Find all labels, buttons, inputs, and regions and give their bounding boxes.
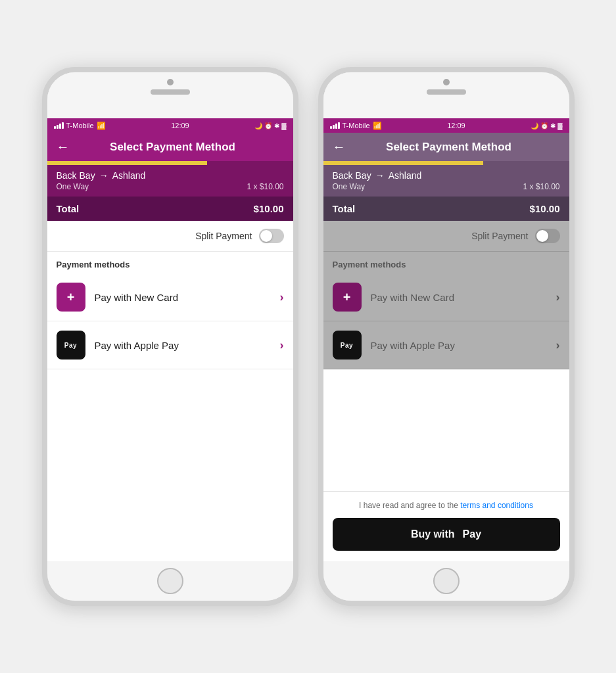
payment-option-apple-pay-2[interactable]: Pay Pay with Apple Pay ›	[323, 321, 569, 369]
new-card-chevron-2: ›	[556, 290, 560, 304]
moon-icon-1: 🌙	[254, 122, 262, 129]
camera-dot-2	[443, 79, 450, 85]
total-amount-2: $10.00	[530, 203, 560, 214]
status-left-2: T-Mobile 📶	[330, 122, 382, 130]
phone-1-bottom	[47, 561, 293, 601]
moon-icon-2: 🌙	[531, 122, 538, 129]
carrier-name-2: T-Mobile	[343, 122, 370, 129]
wifi-icon-2: 📶	[373, 122, 382, 130]
split-payment-row-2: Split Payment	[323, 221, 569, 252]
status-right-2: 🌙 ⏰ ✱ ▓	[531, 122, 562, 129]
route-row-1: Back Bay → Ashland	[57, 170, 284, 181]
route-detail-1: One Way 1 x $10.00	[57, 182, 284, 191]
signal-bar-4	[62, 122, 64, 129]
bluetooth-icon-2: ✱	[550, 122, 556, 129]
new-card-label-2: Pay with New Card	[371, 292, 556, 303]
signal-bar-1	[54, 126, 56, 129]
terms-text-2: I have read and agree to the terms and c…	[333, 501, 560, 510]
split-payment-label-1: Split Payment	[195, 231, 252, 241]
time-1: 12:09	[171, 122, 189, 129]
price-detail-2: 1 x $10.00	[523, 182, 559, 191]
total-label-2: Total	[333, 203, 356, 214]
signal-icon	[54, 122, 64, 129]
home-button-1[interactable]	[157, 568, 183, 594]
phone-2-bottom	[323, 561, 569, 601]
carrier-name-1: T-Mobile	[66, 122, 94, 129]
route-info-1: Back Bay → Ashland One Way 1 x $10.00	[47, 165, 293, 197]
status-bar-2: T-Mobile 📶 12:09 🌙 ⏰ ✱ ▓	[323, 118, 569, 133]
apple-pay-text-2: Pay	[341, 342, 353, 349]
signal-bar-2-4	[338, 122, 340, 129]
route-info-2: Back Bay → Ashland One Way 1 x $10.00	[323, 165, 569, 197]
apple-pay-chevron-2: ›	[556, 338, 560, 352]
content-area-2: Split Payment Payment methods + Pay with…	[323, 221, 569, 491]
terms-link-2[interactable]: terms and conditions	[460, 501, 533, 510]
split-payment-toggle-2[interactable]	[535, 229, 560, 243]
trip-type-2: One Way	[333, 182, 366, 191]
split-payment-toggle-1[interactable]	[259, 229, 284, 243]
bluetooth-icon-1: ✱	[274, 122, 279, 129]
speaker	[151, 89, 190, 95]
apple-pay-text-1: Pay	[64, 342, 77, 349]
price-detail-1: 1 x $10.00	[247, 182, 283, 191]
signal-icon-2	[330, 122, 340, 129]
header-title-1: Select Payment Method	[78, 141, 268, 154]
new-card-chevron-1: ›	[280, 290, 284, 304]
buy-label-2: Buy with	[411, 528, 455, 540]
speaker-2	[427, 89, 466, 95]
buy-button-2[interactable]: Buy with Pay	[333, 518, 560, 551]
split-payment-label-2: Split Payment	[471, 231, 528, 241]
route-row-2: Back Bay → Ashland	[333, 170, 560, 181]
toggle-knob-2	[536, 230, 548, 242]
home-button-2[interactable]	[433, 568, 460, 594]
phone-1: T-Mobile 📶 12:09 🌙 ⏰ ✱ ▓ ← Select Paymen…	[42, 67, 298, 606]
toggle-knob-1	[260, 230, 272, 242]
app-header-1: ← Select Payment Method	[47, 133, 293, 161]
new-card-icon-2: +	[333, 283, 362, 312]
signal-bar-2-2	[333, 125, 335, 129]
total-row-2: Total $10.00	[323, 197, 569, 221]
battery-icon-1: ▓	[281, 122, 286, 129]
signal-bar-2-1	[330, 126, 332, 129]
signal-bar-3	[59, 124, 61, 129]
route-arrow-icon-1: →	[99, 170, 108, 181]
apple-pay-icon-1: Pay	[57, 331, 85, 360]
route-from-1: Back Bay	[57, 170, 95, 181]
payment-option-apple-pay-1[interactable]: Pay Pay with Apple Pay ›	[47, 321, 293, 369]
phone-2-screen: T-Mobile 📶 12:09 🌙 ⏰ ✱ ▓ ← Select Paymen…	[323, 118, 569, 561]
payment-option-new-card-2[interactable]: + Pay with New Card ›	[323, 273, 569, 321]
apple-pay-label-2: Pay with Apple Pay	[371, 340, 556, 351]
wifi-icon-1: 📶	[97, 122, 106, 130]
alarm-icon-2: ⏰	[540, 122, 548, 129]
route-detail-2: One Way 1 x $10.00	[333, 182, 560, 191]
split-payment-row-1: Split Payment	[47, 221, 293, 252]
status-right-1: 🌙 ⏰ ✱ ▓	[254, 122, 286, 129]
new-card-icon-1: +	[57, 283, 85, 312]
signal-bar-2-3	[335, 124, 337, 129]
payment-option-new-card-1[interactable]: + Pay with New Card ›	[47, 273, 293, 321]
apple-pay-chevron-1: ›	[280, 338, 284, 352]
back-button-2[interactable]: ←	[333, 139, 346, 154]
trip-type-1: One Way	[57, 182, 89, 191]
phone-1-screen: T-Mobile 📶 12:09 🌙 ⏰ ✱ ▓ ← Select Paymen…	[47, 118, 293, 561]
content-area-1: Split Payment Payment methods + Pay with…	[47, 221, 293, 561]
buy-apple-pay-2: Pay	[463, 528, 481, 540]
camera-dot	[167, 79, 174, 85]
time-2: 12:09	[447, 122, 465, 129]
phone-1-top	[47, 72, 293, 118]
route-arrow-icon-2: →	[375, 170, 385, 181]
payment-methods-heading-2: Payment methods	[323, 252, 569, 273]
route-to-1: Ashland	[112, 170, 146, 181]
total-amount-1: $10.00	[254, 203, 284, 214]
signal-bar-2	[57, 125, 59, 129]
status-left-1: T-Mobile 📶	[54, 122, 106, 130]
route-from-2: Back Bay	[333, 170, 371, 181]
status-bar-1: T-Mobile 📶 12:09 🌙 ⏰ ✱ ▓	[47, 118, 293, 133]
route-to-2: Ashland	[389, 170, 422, 181]
terms-prefix-2: I have read and agree to the	[359, 501, 460, 510]
header-title-2: Select Payment Method	[354, 141, 544, 154]
back-button-1[interactable]: ←	[57, 139, 70, 154]
total-row-1: Total $10.00	[47, 197, 293, 221]
phone-2-top	[323, 72, 569, 118]
apple-pay-label-1: Pay with Apple Pay	[95, 340, 280, 351]
